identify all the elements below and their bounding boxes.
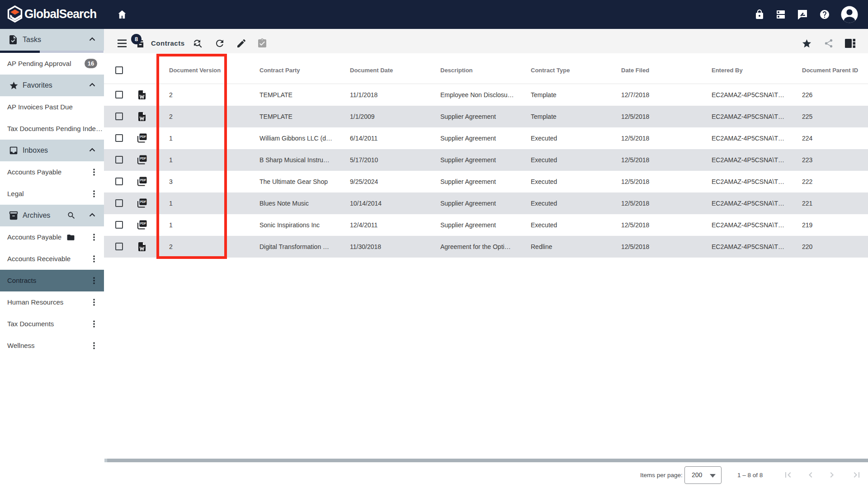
svg-text:PDF: PDF [140,135,146,138]
svg-text:PDF: PDF [140,200,146,203]
svg-text:PDF: PDF [140,178,146,182]
svg-text:PDF: PDF [140,222,146,225]
svg-text:PDF: PDF [140,157,146,160]
